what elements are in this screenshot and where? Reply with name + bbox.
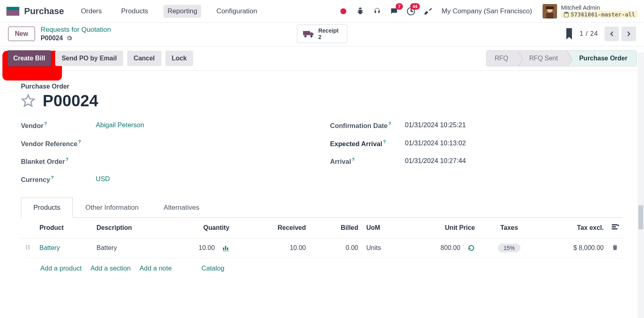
drag-handle-icon[interactable] [21, 238, 35, 258]
cell-billed[interactable]: 0.00 [310, 238, 362, 258]
new-button[interactable]: New [8, 27, 35, 41]
svg-point-13 [26, 245, 27, 246]
cell-uom[interactable]: Units [362, 238, 423, 258]
form-sheet: Purchase Order P00024 Vendor? Abigail Pe… [0, 71, 644, 315]
column-options[interactable] [608, 218, 623, 238]
database-tag: 57361061-master-all [561, 11, 638, 18]
price-history-icon[interactable] [468, 244, 475, 252]
receipt-count: 2 [318, 34, 339, 40]
pager-prev[interactable] [605, 27, 619, 41]
th-quantity[interactable]: Quantity [169, 218, 233, 238]
cell-unit-price[interactable]: 800.00 [423, 238, 479, 258]
activities-icon[interactable]: 44 [406, 6, 416, 16]
cell-received[interactable]: 10.00 [233, 238, 310, 258]
label-blanket-order: Blanket Order? [21, 157, 96, 165]
delete-row-icon[interactable] [608, 238, 623, 258]
svg-point-12 [617, 225, 619, 226]
add-section-link[interactable]: Add a section [91, 264, 131, 272]
svg-point-16 [29, 247, 30, 248]
status-rfq[interactable]: RFQ [487, 51, 517, 66]
th-uom[interactable]: UoM [362, 218, 423, 238]
label-vendor: Vendor? [21, 121, 96, 130]
breadcrumb-parent[interactable]: Requests for Quotation [41, 26, 111, 34]
systray: 7 44 My Company (San Francisco) Mitchell… [339, 4, 638, 19]
label-expected-arrival: Expected Arrival? [330, 139, 405, 148]
tab-other-information[interactable]: Other Information [73, 198, 151, 217]
value-arrival: 01/31/2024 10:27:44 [405, 157, 466, 165]
catalog-link[interactable]: Catalog [202, 264, 225, 272]
label-vendor-reference: Vendor Reference? [21, 139, 96, 148]
app-name[interactable]: Purchase [24, 6, 64, 17]
gear-icon[interactable] [66, 35, 72, 41]
svg-rect-6 [303, 31, 310, 35]
svg-point-5 [564, 12, 569, 13]
th-description[interactable]: Description [93, 218, 169, 238]
control-panel: New Requests for Quotation P00024 Receip… [0, 23, 644, 45]
bug-icon[interactable] [355, 6, 365, 16]
pager-next[interactable] [621, 27, 636, 41]
send-po-button[interactable]: Send PO by Email [55, 51, 123, 66]
main-menu: Orders Products Reporting Configuration [77, 5, 261, 18]
priority-star-icon[interactable] [21, 94, 35, 108]
receipt-stat-button[interactable]: Receipt 2 [297, 25, 347, 43]
table-row[interactable]: Battery Battery 10.00 10.00 0.00 Units 8… [21, 238, 623, 258]
order-lines-table: Product Description Quantity Received Bi… [21, 218, 623, 258]
value-vendor[interactable]: Abigail Peterson [96, 121, 144, 129]
forecast-chart-icon[interactable] [222, 244, 229, 252]
page-scrollbar[interactable] [638, 52, 644, 318]
breadcrumb: Requests for Quotation P00024 [41, 26, 111, 42]
record-indicator-icon[interactable] [339, 6, 348, 16]
status-purchase-order[interactable]: Purchase Order [567, 51, 636, 66]
menu-products[interactable]: Products [117, 5, 152, 18]
th-billed[interactable]: Billed [310, 218, 362, 238]
th-tax-excl[interactable]: Tax excl. [539, 218, 608, 238]
svg-point-8 [310, 35, 312, 37]
svg-rect-3 [546, 13, 553, 19]
menu-orders[interactable]: Orders [77, 5, 106, 18]
user-name: Mitchell Admin [561, 4, 638, 11]
create-bill-button[interactable]: Create Bill [7, 50, 51, 66]
company-switcher[interactable]: My Company (San Francisco) [442, 7, 532, 15]
svg-rect-9 [612, 224, 617, 225]
activities-badge: 44 [410, 3, 420, 10]
notebook-tabs: Products Other Information Alternatives [21, 198, 623, 218]
status-rfq-sent[interactable]: RFQ Sent [517, 51, 567, 66]
doc-type-label: Purchase Order [21, 83, 623, 90]
value-expected-arrival[interactable]: 01/31/2024 10:13:02 [405, 139, 466, 147]
bookmark-icon[interactable] [565, 28, 573, 39]
status-bar: RFQ RFQ Sent Purchase Order [486, 50, 637, 66]
cell-tax-excl: $ 8,000.00 [539, 238, 608, 258]
brand-logo[interactable] [6, 7, 19, 16]
tab-products[interactable]: Products [21, 198, 73, 218]
add-note-link[interactable]: Add a note [140, 264, 172, 272]
cell-product[interactable]: Battery [39, 244, 60, 251]
user-menu[interactable]: Mitchell Admin 57361061-master-all [543, 4, 638, 19]
lock-button[interactable]: Lock [165, 51, 193, 66]
support-icon[interactable] [372, 6, 382, 16]
tools-icon[interactable] [423, 6, 433, 16]
cell-taxes[interactable]: 15% [479, 238, 539, 258]
svg-point-17 [26, 248, 27, 250]
menu-configuration[interactable]: Configuration [213, 5, 261, 18]
cell-quantity[interactable]: 10.00 [169, 238, 233, 258]
th-taxes[interactable]: Taxes [479, 218, 539, 238]
svg-point-18 [29, 248, 30, 250]
menu-reporting[interactable]: Reporting [163, 5, 201, 18]
th-received[interactable]: Received [233, 218, 310, 238]
add-product-link[interactable]: Add a product [40, 264, 82, 272]
th-product[interactable]: Product [35, 218, 93, 238]
avatar [543, 4, 557, 19]
pager-text[interactable]: 1 / 24 [580, 30, 598, 37]
svg-rect-4 [546, 6, 554, 9]
right-fields: Confirmation Date? 01/31/2024 10:25:21 E… [330, 121, 623, 183]
cancel-button[interactable]: Cancel [127, 51, 161, 66]
svg-point-0 [341, 8, 347, 14]
th-unit-price[interactable]: Unit Price [423, 218, 479, 238]
messages-badge: 7 [396, 3, 403, 10]
cell-description[interactable]: Battery [93, 238, 169, 258]
messages-icon[interactable]: 7 [389, 6, 399, 16]
add-links: Add a product Add a section Add a note C… [21, 258, 623, 279]
tab-alternatives[interactable]: Alternatives [151, 198, 212, 217]
value-currency[interactable]: USD [96, 175, 110, 183]
svg-point-7 [304, 35, 306, 37]
